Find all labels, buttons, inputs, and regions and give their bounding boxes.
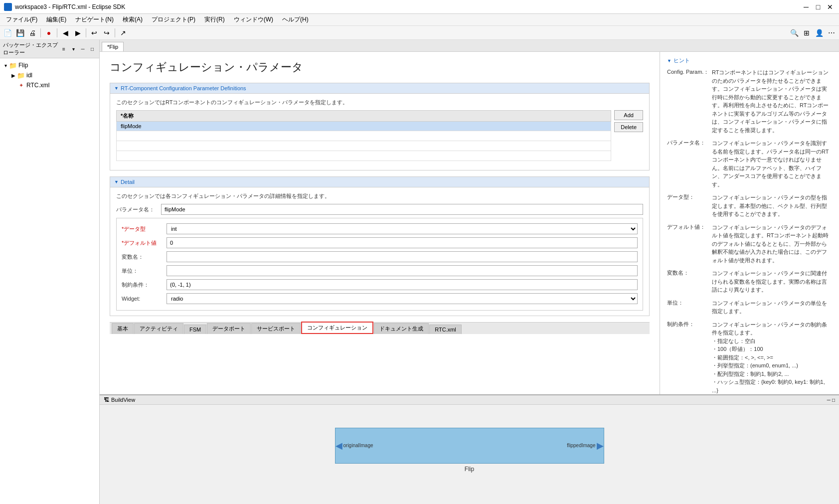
field-widget-label: Widget: <box>122 296 167 302</box>
toolbar-print[interactable]: 🖨 <box>27 27 38 38</box>
tab-configuration[interactable]: コンフィギュレーション <box>301 322 373 334</box>
field-unit-input[interactable] <box>167 265 638 276</box>
toolbar-export[interactable]: ↗ <box>118 27 129 38</box>
menu-edit[interactable]: 編集(E) <box>42 14 70 25</box>
section2-header[interactable]: Detail <box>110 177 649 187</box>
hint-key-3: デフォルト値： <box>667 223 712 265</box>
toolbar-save[interactable]: 💾 <box>14 27 25 38</box>
menu-search[interactable]: 検索(A) <box>119 14 147 25</box>
port-right-label: flippedImage <box>567 443 597 448</box>
toolbar-search[interactable]: 🔍 <box>789 27 800 38</box>
sidebar-min-btn[interactable]: ─ <box>79 45 87 53</box>
build-view-maximize[interactable]: □ <box>832 397 835 403</box>
tree-item-idl[interactable]: ▶ 📁 idl <box>0 70 99 80</box>
table-row-empty3[interactable] <box>117 151 611 161</box>
toolbar-forward[interactable]: ▶ <box>72 27 83 38</box>
tab-serviceport[interactable]: サービスポート <box>251 323 301 334</box>
table-row[interactable]: flipMode <box>117 122 611 131</box>
toolbar-grid[interactable]: ⊞ <box>801 27 812 38</box>
content-area: *Flip コンフィギュレーション・パラメータ RT-Component Con… <box>100 40 839 504</box>
tab-dataport[interactable]: データポート <box>207 323 251 334</box>
minimize-button[interactable]: ─ <box>801 2 811 12</box>
menu-project[interactable]: プロジェクト(P) <box>148 14 199 25</box>
param-name-input[interactable] <box>161 204 643 215</box>
table-row-empty2[interactable] <box>117 141 611 151</box>
toolbar-new[interactable]: 📄 <box>2 27 13 38</box>
app-icon <box>4 3 12 11</box>
tab-rtcxml[interactable]: RTC.xml <box>429 325 462 334</box>
hint-key-1: パラメータ名： <box>667 139 712 188</box>
table-row-empty1[interactable] <box>117 131 611 141</box>
component-wrap: ◀ originalImage flippedImage ▶ Flip <box>335 428 604 473</box>
tab-basic[interactable]: 基本 <box>112 323 134 334</box>
param-table-container: *名称 flipMode <box>116 110 611 165</box>
sidebar-collapse-btn[interactable]: ≡ <box>60 45 68 53</box>
param-name-label: パラメータ名： <box>116 206 161 213</box>
toolbar-undo[interactable]: ↩ <box>89 27 100 38</box>
maximize-button[interactable]: □ <box>813 2 823 12</box>
section-detail: Detail このセクションでは各コンフィギュレーション・パラメータの詳細情報を… <box>110 176 650 316</box>
section2-body: このセクションでは各コンフィギュレーション・パラメータの詳細情報を指定します。 … <box>110 187 649 316</box>
tree-item-rtcxml[interactable]: ✦ RTC.xml <box>0 80 99 90</box>
toolbar-more[interactable]: ⋯ <box>826 27 837 38</box>
field-unit: 単位： <box>122 265 638 276</box>
field-datatype-select[interactable]: int double string float <box>167 223 638 234</box>
menu-window[interactable]: ウィンドウ(W) <box>230 14 277 25</box>
hint-panel: ヒント Config. Param.： RTコンポーネントにはコンフィギュレーシ… <box>660 52 839 394</box>
tab-fsm[interactable]: FSM <box>184 325 206 334</box>
hint-val-6: コンフィギュレーション・パラメータの制約条件を指定します。 ・指定なし：空白 ・… <box>712 321 832 395</box>
menu-navigate[interactable]: ナビゲート(N) <box>71 14 118 25</box>
hint-key-6: 制約条件： <box>667 321 712 395</box>
hint-val-4: コンフィギュレーション・パラメータに関連付けられる変数名を指定します。実際の名称… <box>712 269 832 294</box>
bottom-tabs: 基本 アクティビティ FSM データポート サービスポート コンフィギュレーショ… <box>110 322 650 334</box>
tree-item-flip[interactable]: ▾ 📁 Flip <box>0 60 99 70</box>
field-constraint: 制約条件： <box>122 279 638 290</box>
sidebar: パッケージ・エクスプローラー ≡ ▾ ─ □ ▾ 📁 Flip ▶ 📁 idl … <box>0 40 100 504</box>
title-text: workspace3 - Flip/RTC.xml - Eclipse SDK <box>15 3 125 10</box>
menu-help[interactable]: ヘルプ(H) <box>278 14 313 25</box>
tree-expand-rtcxml <box>10 82 17 89</box>
hint-row-1: パラメータ名： コンフィギュレーション・パラメータを識別する名前を指定します。パ… <box>667 139 832 188</box>
sidebar-max-btn[interactable]: □ <box>88 45 96 53</box>
title-bar-right: ─ □ ✕ <box>801 2 835 12</box>
hint-key-0: Config. Param.： <box>667 68 712 134</box>
tab-activity[interactable]: アクティビティ <box>134 323 183 334</box>
toolbar-run[interactable]: ● <box>43 27 54 38</box>
sidebar-title: パッケージ・エクスプローラー <box>3 41 60 56</box>
menu-file[interactable]: ファイル(F) <box>2 14 41 25</box>
hint-row-2: データ型： コンフィギュレーション・パラメータの型を指定します。基本型の他に、ベ… <box>667 193 832 218</box>
close-button[interactable]: ✕ <box>825 2 835 12</box>
toolbar-user[interactable]: 👤 <box>814 27 825 38</box>
hint-val-1: コンフィギュレーション・パラメータを識別する名前を指定します。パラメータ名は同一… <box>712 139 832 188</box>
tab-docgen[interactable]: ドキュメント生成 <box>374 323 429 334</box>
build-view-minimize[interactable]: ─ <box>827 397 831 403</box>
field-default-label: *デフォルト値 <box>122 239 167 247</box>
field-widget-select[interactable]: radio slider spinbox text <box>167 293 638 304</box>
toolbar-back[interactable]: ◀ <box>60 27 71 38</box>
component-block[interactable]: ◀ originalImage flippedImage ▶ <box>335 428 604 464</box>
toolbar-redo[interactable]: ↪ <box>101 27 112 38</box>
toolbar-sep-3 <box>86 28 86 37</box>
field-default-input[interactable] <box>167 237 638 248</box>
title-bar-left: workspace3 - Flip/RTC.xml - Eclipse SDK <box>4 3 125 11</box>
page-title: コンフィギュレーション・パラメータ <box>110 60 650 75</box>
add-button[interactable]: Add <box>614 110 643 120</box>
section2-desc: このセクションでは各コンフィギュレーション・パラメータの詳細情報を指定します。 <box>116 192 643 200</box>
build-view-controls: ─ □ <box>827 397 835 403</box>
editor-tab-flip[interactable]: *Flip <box>102 42 124 51</box>
section1-header[interactable]: RT-Component Configuration Parameter Def… <box>110 83 649 94</box>
sidebar-menu-btn[interactable]: ▾ <box>69 45 77 53</box>
title-bar: workspace3 - Flip/RTC.xml - Eclipse SDK … <box>0 0 839 14</box>
main-layout: パッケージ・エクスプローラー ≡ ▾ ─ □ ▾ 📁 Flip ▶ 📁 idl … <box>0 40 839 504</box>
tree-expand-flip[interactable]: ▾ <box>2 62 9 69</box>
field-constraint-input[interactable] <box>167 279 638 290</box>
field-varname-input[interactable] <box>167 251 638 262</box>
menu-run[interactable]: 実行(R) <box>200 14 229 25</box>
section1-desc: このセクションではRTコンポーネントのコンフィギュレーション・パラメータを指定し… <box>116 99 643 106</box>
folder-icon-flip: 📁 <box>9 61 17 69</box>
toolbar-sep-4 <box>115 28 115 37</box>
detail-fields: *データ型 int double string float *デフ <box>116 218 643 311</box>
hint-header: ヒント <box>667 57 832 64</box>
tree-expand-idl[interactable]: ▶ <box>10 72 17 79</box>
delete-button[interactable]: Delete <box>614 122 643 132</box>
